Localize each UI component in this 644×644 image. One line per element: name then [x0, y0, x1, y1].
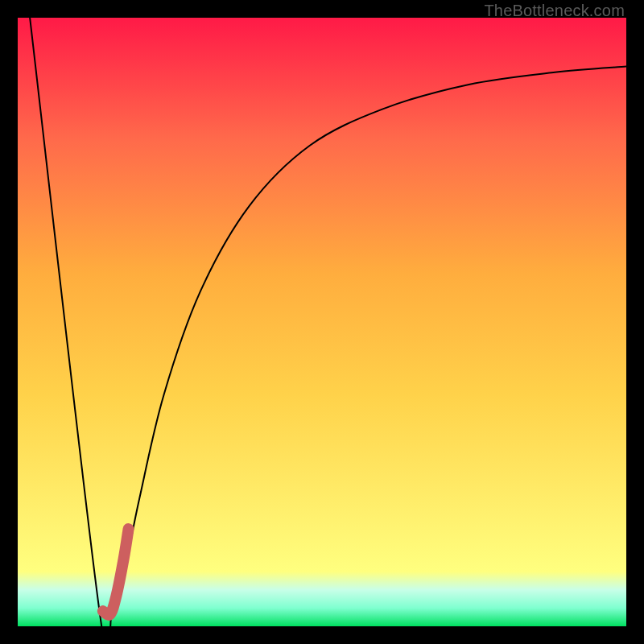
plot-area: [18, 18, 626, 626]
chart-frame: TheBottleneck.com: [0, 0, 644, 644]
gradient-background: [18, 18, 626, 626]
chart-svg: [18, 18, 626, 626]
